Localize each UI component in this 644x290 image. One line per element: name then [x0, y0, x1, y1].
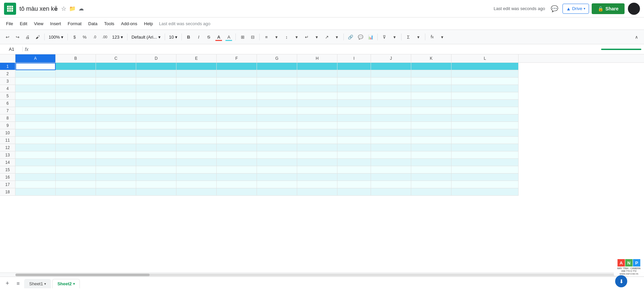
- cell-D18[interactable]: [136, 188, 176, 196]
- font-select[interactable]: Default (Ari... ▾: [129, 34, 163, 40]
- cell-H17[interactable]: [297, 181, 337, 188]
- cell-B11[interactable]: [56, 137, 96, 144]
- cell-C10[interactable]: [96, 129, 136, 137]
- cell-E9[interactable]: [176, 122, 217, 129]
- cell-K2[interactable]: [411, 70, 451, 78]
- menu-format[interactable]: Format: [64, 20, 85, 28]
- row-header-6[interactable]: 6: [0, 100, 15, 107]
- cell-F9[interactable]: [217, 122, 257, 129]
- cell-D14[interactable]: [136, 159, 176, 166]
- cell-G13[interactable]: [257, 151, 297, 159]
- cell-E1[interactable]: [176, 63, 217, 70]
- cell-E16[interactable]: [176, 174, 217, 181]
- col-header-D[interactable]: D: [136, 54, 176, 62]
- cell-B6[interactable]: [56, 100, 96, 107]
- cell-J16[interactable]: [371, 174, 411, 181]
- cell-J15[interactable]: [371, 166, 411, 174]
- row-header-1[interactable]: 1: [0, 63, 15, 70]
- cell-F13[interactable]: [217, 151, 257, 159]
- cell-B12[interactable]: [56, 144, 96, 151]
- cell-G12[interactable]: [257, 144, 297, 151]
- cell-G8[interactable]: [257, 114, 297, 122]
- cell-G5[interactable]: [257, 92, 297, 100]
- col-header-G[interactable]: G: [257, 54, 297, 62]
- cell-H5[interactable]: [297, 92, 337, 100]
- cell-F16[interactable]: [217, 174, 257, 181]
- cell-I17[interactable]: [337, 181, 371, 188]
- cell-K5[interactable]: [411, 92, 451, 100]
- cell-L16[interactable]: [451, 174, 519, 181]
- filter-button[interactable]: ⊽: [380, 32, 389, 42]
- cell-C17[interactable]: [96, 181, 136, 188]
- cell-L3[interactable]: [451, 78, 519, 85]
- cell-C1[interactable]: [96, 63, 136, 70]
- rotate-button[interactable]: ↗: [322, 32, 331, 42]
- cell-C4[interactable]: [96, 85, 136, 92]
- cell-E3[interactable]: [176, 78, 217, 85]
- cell-G14[interactable]: [257, 159, 297, 166]
- cell-L17[interactable]: [451, 181, 519, 188]
- cell-G16[interactable]: [257, 174, 297, 181]
- menu-file[interactable]: File: [3, 20, 16, 28]
- cell-D16[interactable]: [136, 174, 176, 181]
- print-button[interactable]: 🖨: [23, 32, 32, 42]
- cell-A2[interactable]: [15, 70, 56, 78]
- cell-I11[interactable]: [337, 137, 371, 144]
- cell-F12[interactable]: [217, 144, 257, 151]
- cell-G18[interactable]: [257, 188, 297, 196]
- cell-D8[interactable]: [136, 114, 176, 122]
- cell-H10[interactable]: [297, 129, 337, 137]
- cell-L7[interactable]: [451, 107, 519, 114]
- cell-I16[interactable]: [337, 174, 371, 181]
- cell-J2[interactable]: [371, 70, 411, 78]
- cell-G11[interactable]: [257, 137, 297, 144]
- cell-H8[interactable]: [297, 114, 337, 122]
- cell-F8[interactable]: [217, 114, 257, 122]
- cell-L8[interactable]: [451, 114, 519, 122]
- row-header-7[interactable]: 7: [0, 107, 15, 114]
- cell-F18[interactable]: [217, 188, 257, 196]
- cell-J9[interactable]: [371, 122, 411, 129]
- sum-dropdown[interactable]: ▾: [414, 32, 423, 42]
- merge-button[interactable]: ⊟: [248, 32, 257, 42]
- cell-H2[interactable]: [297, 70, 337, 78]
- cell-C14[interactable]: [96, 159, 136, 166]
- text-color-button[interactable]: A: [214, 32, 223, 42]
- cell-L14[interactable]: [451, 159, 519, 166]
- undo-button[interactable]: ↩: [3, 32, 12, 42]
- row-header-13[interactable]: 13: [0, 151, 15, 159]
- cell-D7[interactable]: [136, 107, 176, 114]
- cell-A7[interactable]: [15, 107, 56, 114]
- cloud-save-icon[interactable]: ☁: [78, 5, 84, 12]
- cell-F17[interactable]: [217, 181, 257, 188]
- sheet-tab-sheet2[interactable]: Sheet2 ▾: [52, 279, 80, 288]
- cell-B16[interactable]: [56, 174, 96, 181]
- cell-D11[interactable]: [136, 137, 176, 144]
- cell-I18[interactable]: [337, 188, 371, 196]
- share-button[interactable]: 🔒 Share: [592, 3, 625, 14]
- cell-F10[interactable]: [217, 129, 257, 137]
- col-header-K[interactable]: K: [411, 54, 451, 62]
- cell-L11[interactable]: [451, 137, 519, 144]
- cell-L15[interactable]: [451, 166, 519, 174]
- cell-D5[interactable]: [136, 92, 176, 100]
- cell-L12[interactable]: [451, 144, 519, 151]
- cell-A1[interactable]: [15, 63, 56, 70]
- cell-I7[interactable]: [337, 107, 371, 114]
- cell-J7[interactable]: [371, 107, 411, 114]
- cell-E11[interactable]: [176, 137, 217, 144]
- cell-I5[interactable]: [337, 92, 371, 100]
- cell-J3[interactable]: [371, 78, 411, 85]
- cell-C12[interactable]: [96, 144, 136, 151]
- link-button[interactable]: 🔗: [346, 32, 355, 42]
- row-header-3[interactable]: 3: [0, 78, 15, 85]
- cell-J12[interactable]: [371, 144, 411, 151]
- cell-G6[interactable]: [257, 100, 297, 107]
- row-header-15[interactable]: 15: [0, 166, 15, 174]
- cell-E13[interactable]: [176, 151, 217, 159]
- v-align-button[interactable]: ↕: [282, 32, 291, 42]
- cell-A6[interactable]: [15, 100, 56, 107]
- format-type-select[interactable]: 123 ▾: [110, 34, 125, 40]
- cell-E8[interactable]: [176, 114, 217, 122]
- sum-button[interactable]: Σ: [404, 32, 413, 42]
